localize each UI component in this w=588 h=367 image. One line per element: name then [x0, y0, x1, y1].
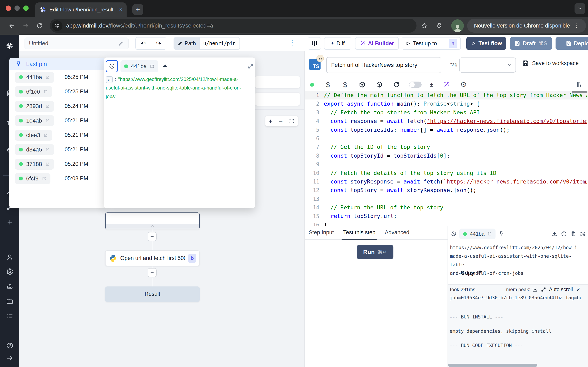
tab-overview-button[interactable]	[575, 3, 585, 14]
diff-icon[interactable]: ±	[425, 81, 438, 89]
zoom-in-button[interactable]: +	[268, 117, 273, 125]
pin-id-pill[interactable]: 6fcf9	[15, 173, 51, 184]
tag-select[interactable]	[459, 58, 516, 73]
new-tab-button[interactable]: +	[132, 4, 143, 15]
pin-id-pill[interactable]: 441ba	[15, 72, 54, 83]
pin-id-pill[interactable]: 2893d	[15, 101, 54, 112]
auto-scroll-toggle[interactable]: Auto scroll ✓	[549, 286, 581, 293]
minimize-window-button[interactable]	[15, 6, 20, 11]
test-up-to-button[interactable]: Test up to a	[402, 37, 461, 50]
pin-list-item[interactable]: cfee305:21 PM	[9, 128, 106, 142]
test-flow-button[interactable]: Test flow	[466, 37, 506, 50]
expand-popup-button[interactable]	[248, 63, 253, 69]
clipboard-icon[interactable]	[571, 231, 576, 237]
chrome-update-button[interactable]: Nouvelle version de Chrome disponible ⋮	[467, 19, 586, 33]
external-link-icon[interactable]	[45, 75, 50, 80]
zoom-window-button[interactable]	[23, 6, 29, 11]
flow-node-b[interactable]: Open url and fetch first 500 words of ..…	[105, 250, 200, 266]
external-link-icon[interactable]	[43, 133, 48, 137]
close-window-button[interactable]	[6, 6, 11, 11]
pin-list-item[interactable]: 6f1c605:25 PM	[9, 84, 106, 99]
library-icon[interactable]	[568, 81, 588, 88]
sidebar-item-help[interactable]	[6, 342, 14, 350]
sidebar-item-settings[interactable]	[6, 268, 14, 276]
info-icon[interactable]	[561, 231, 567, 237]
back-button[interactable]	[7, 21, 16, 30]
windmill-logo[interactable]	[6, 42, 14, 50]
flow-node-a-selected[interactable]	[105, 212, 200, 229]
url-bar[interactable]: app.windmill.dev/flows/edit/u/henri/pin_…	[50, 19, 416, 33]
browser-tab[interactable]: Edit Flow u/henri/pin_results ×	[35, 2, 127, 17]
tab-advanced[interactable]: Advanced	[385, 229, 409, 236]
editor-scrollbar[interactable]	[572, 91, 587, 93]
insert-step-button[interactable]	[148, 232, 156, 241]
flow-name-input[interactable]: Untitled	[25, 38, 129, 49]
result-id-pill[interactable]: 441ba	[459, 229, 495, 239]
profile-avatar[interactable]	[451, 19, 464, 32]
pin-id-pill[interactable]: d34a5	[15, 144, 54, 155]
external-link-icon[interactable]	[45, 104, 50, 108]
pin-list-item[interactable]: 2893d05:24 PM	[9, 99, 106, 113]
copy-result-button[interactable]: Copy	[461, 270, 483, 276]
flow-node-result[interactable]: Result	[105, 286, 200, 302]
ai-builder-button[interactable]: AI Builder	[355, 37, 399, 50]
pin-id-pill[interactable]: 37188	[15, 159, 54, 170]
sidebar-collapse-button[interactable]	[6, 354, 14, 362]
save-to-workspace-button[interactable]: Save to workspace	[522, 60, 579, 67]
code-content[interactable]: // Define the main function to fetch the…	[324, 91, 587, 226]
pin-id-pill[interactable]: 6f1c6	[15, 86, 52, 97]
ai-wand-icon[interactable]	[438, 81, 455, 88]
pin-list-item[interactable]: d34a505:21 PM	[9, 142, 106, 157]
fullscreen-icon[interactable]	[580, 231, 586, 237]
download-log-icon[interactable]	[532, 287, 537, 292]
run-button[interactable]: Run ⌘↵	[357, 245, 393, 259]
bookmark-button[interactable]	[420, 21, 429, 30]
external-link-icon[interactable]	[45, 118, 50, 123]
external-link-icon[interactable]	[42, 176, 46, 181]
settings-icon[interactable]: ⚙	[455, 80, 472, 89]
concurrency-icon[interactable]: $	[319, 81, 337, 89]
pin-id-pill[interactable]: cfee3	[15, 130, 52, 141]
diff-mode-toggle[interactable]	[405, 82, 425, 88]
last-pin-header[interactable]: Last pin	[9, 58, 106, 70]
cache-icon[interactable]: $	[337, 81, 354, 89]
pin-list-item[interactable]: 1e4ab05:21 PM	[9, 113, 106, 128]
pencil-icon[interactable]	[118, 41, 124, 46]
history-button-active[interactable]	[106, 60, 118, 72]
tab-step-input[interactable]: Step Input	[309, 229, 334, 236]
history-icon[interactable]	[451, 231, 457, 237]
diff-button[interactable]: ± Diff	[324, 37, 351, 50]
undo-button[interactable]: ↶	[136, 38, 151, 49]
code-editor[interactable]: 12345678910111213141516 // Define the ma…	[305, 91, 588, 226]
external-link-icon[interactable]	[43, 90, 48, 94]
external-link-icon[interactable]	[487, 232, 492, 236]
fit-view-button[interactable]	[289, 118, 295, 124]
pin-id-pill[interactable]: 441ba	[121, 60, 158, 72]
pin-list-item[interactable]: 6fcf905:08 PM	[9, 171, 106, 186]
pin-toggle-icon[interactable]	[498, 231, 504, 237]
pin-toggle-icon[interactable]	[162, 63, 168, 69]
pin-list-item[interactable]: 441ba05:25 PM	[9, 70, 106, 84]
sidebar-item-users[interactable]	[6, 253, 14, 261]
sidebar-item-folders[interactable]	[6, 297, 14, 305]
expand-log-icon[interactable]	[541, 287, 546, 292]
site-settings-icon[interactable]	[52, 20, 62, 31]
refresh-icon[interactable]	[388, 81, 405, 88]
tab-test-this-step[interactable]: Test this step	[343, 229, 375, 236]
extensions-button[interactable]	[434, 21, 443, 30]
insert-step-button[interactable]	[148, 268, 156, 277]
sidebar-item-workers[interactable]	[6, 283, 14, 291]
flow-node-partial[interactable]	[255, 92, 300, 106]
redo-button[interactable]: ↷	[151, 38, 166, 49]
deploy-button[interactable]: Deploy	[555, 37, 588, 50]
test-up-to-step-badge[interactable]: a	[449, 39, 457, 48]
flow-node-partial[interactable]	[255, 76, 300, 88]
package-import-icon[interactable]	[371, 81, 388, 88]
step-title-input[interactable]: Fetch url of HackerNews top story	[326, 57, 441, 73]
external-link-icon[interactable]	[45, 147, 50, 152]
download-icon[interactable]	[552, 231, 557, 237]
tab-close-icon[interactable]: ×	[119, 6, 122, 13]
package-icon[interactable]	[354, 81, 371, 88]
pin-list-item[interactable]: 3718805:20 PM	[9, 157, 106, 171]
sidebar-item-logs[interactable]	[6, 312, 14, 320]
